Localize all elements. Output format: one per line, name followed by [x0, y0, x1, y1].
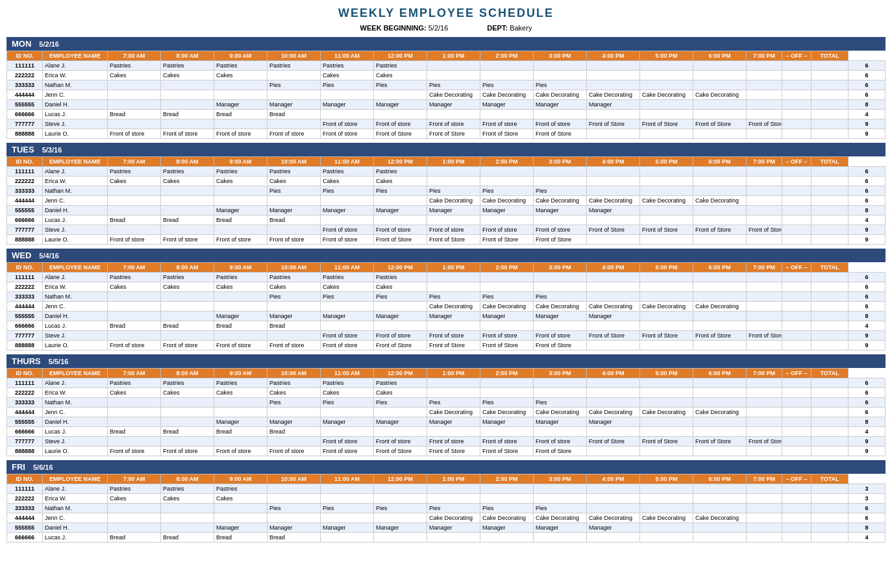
- time-slot-6: Front of Store: [427, 129, 480, 139]
- time-slot-2: [214, 292, 267, 302]
- day-section-mon: MON5/2/16ID NO.EMPLOYEE NAME7:00 AM8:00 …: [6, 37, 886, 139]
- off-cell: [811, 417, 849, 427]
- employee-name: Alane J.: [43, 484, 108, 494]
- week-beginning: WEEK BEGINNING: 5/2/16: [360, 24, 449, 32]
- time-slot-7: [480, 110, 534, 119]
- time-slot-10: [640, 312, 693, 321]
- time-slot-4: Front of store: [321, 437, 374, 447]
- time-slot-7: Cake Decorating: [480, 513, 534, 523]
- time-slot-3: Manager: [267, 100, 321, 110]
- employee-id: 333333: [7, 504, 43, 513]
- time-slot-5: Cakes: [374, 177, 427, 186]
- col-header-11: 4:00 PM: [587, 474, 640, 484]
- off-cell: [811, 533, 849, 543]
- col-header-10: 3:00 PM: [534, 157, 587, 167]
- time-slot-13: [782, 447, 811, 456]
- time-slot-12: Front of Store: [747, 331, 782, 341]
- time-slot-2: Bread: [214, 321, 267, 331]
- employee-id: 555555: [7, 206, 43, 215]
- time-slot-12: [747, 110, 782, 119]
- time-slot-0: [108, 90, 161, 100]
- time-slot-7: Pies: [480, 186, 534, 196]
- time-slot-6: [427, 427, 480, 437]
- time-slot-2: Manager: [214, 312, 267, 321]
- time-slot-4: [321, 494, 374, 504]
- time-slot-8: Cake Decorating: [534, 513, 587, 523]
- total-cell: 8: [849, 312, 886, 321]
- time-slot-11: [693, 378, 747, 388]
- time-slot-1: Pastries: [161, 167, 214, 177]
- time-slot-8: [534, 378, 587, 388]
- time-slot-7: [480, 494, 534, 504]
- time-slot-7: Cake Decorating: [480, 196, 534, 206]
- employee-name: Lucas J.: [43, 321, 108, 331]
- time-slot-13: [782, 417, 811, 427]
- time-slot-7: Manager: [480, 312, 534, 321]
- page-title: WEEKLY EMPLOYEE SCHEDULE: [6, 6, 886, 20]
- col-header-14: 7:00 PM: [747, 474, 782, 484]
- time-slot-13: [782, 484, 811, 494]
- time-slot-8: [534, 484, 587, 494]
- time-slot-4: Manager: [321, 417, 374, 427]
- time-slot-6: Cake Decorating: [427, 302, 480, 312]
- time-slot-7: Cake Decorating: [480, 408, 534, 417]
- time-slot-3: Manager: [267, 417, 321, 427]
- time-slot-3: [267, 196, 321, 206]
- total-cell: 6: [849, 513, 886, 523]
- time-slot-10: [640, 292, 693, 302]
- time-slot-13: [782, 427, 811, 437]
- time-slot-0: [108, 302, 161, 312]
- col-header-4: 9:00 AM: [214, 51, 267, 61]
- time-slot-5: Cakes: [374, 282, 427, 292]
- time-slot-8: [534, 282, 587, 292]
- table-row: 333333Nathan M.PiesPiesPiesPiesPiesPies6: [7, 504, 886, 513]
- time-slot-13: [782, 186, 811, 196]
- time-slot-10: [640, 129, 693, 139]
- employee-id: 333333: [7, 186, 43, 196]
- day-name: FRI: [12, 462, 25, 472]
- table-row: 111111Alane J.PastriesPastriesPastriesPa…: [7, 378, 886, 388]
- table-row: 888888Laurie O.Front of storeFront of st…: [7, 341, 886, 350]
- time-slot-10: [640, 61, 693, 71]
- employee-name: Lucas J.: [43, 215, 108, 225]
- col-header-5: 10:00 AM: [267, 474, 321, 484]
- time-slot-9: Manager: [587, 100, 640, 110]
- time-slot-11: [693, 398, 747, 408]
- time-slot-13: [782, 167, 811, 177]
- time-slot-10: Front of Store: [640, 225, 693, 235]
- day-section-tues: TUES5/3/16ID NO.EMPLOYEE NAME7:00 AM8:00…: [6, 143, 886, 245]
- col-header-6: 11:00 AM: [321, 369, 374, 378]
- time-slot-6: [427, 533, 480, 543]
- off-cell: [811, 331, 849, 341]
- employee-name: Lucas J.: [43, 110, 108, 119]
- time-slot-8: Pies: [534, 504, 587, 513]
- time-slot-7: [480, 388, 534, 398]
- off-cell: [811, 378, 849, 388]
- time-slot-3: [267, 302, 321, 312]
- time-slot-6: Manager: [427, 523, 480, 533]
- time-slot-11: [693, 417, 747, 427]
- time-slot-8: Front of Store: [534, 235, 587, 245]
- time-slot-6: Front of Store: [427, 341, 480, 350]
- time-slot-2: [214, 225, 267, 235]
- time-slot-2: [214, 504, 267, 513]
- time-slot-2: [214, 186, 267, 196]
- time-slot-10: [640, 398, 693, 408]
- time-slot-10: [640, 282, 693, 292]
- time-slot-12: [747, 378, 782, 388]
- time-slot-6: [427, 167, 480, 177]
- time-slot-3: [267, 225, 321, 235]
- off-cell: [811, 321, 849, 331]
- time-slot-11: [693, 282, 747, 292]
- table-row: 222222Erica W.CakesCakesCakesCakesCakesC…: [7, 282, 886, 292]
- off-cell: [811, 196, 849, 206]
- time-slot-5: Front of store: [374, 437, 427, 447]
- col-header-10: 3:00 PM: [534, 474, 587, 484]
- table-row: 111111Alane J.PastriesPastriesPastries3: [7, 484, 886, 494]
- time-slot-7: Cake Decorating: [480, 90, 534, 100]
- employee-name: Erica W.: [43, 71, 108, 80]
- col-header-9: 2:00 PM: [480, 474, 534, 484]
- time-slot-6: Manager: [427, 206, 480, 215]
- time-slot-4: [321, 110, 374, 119]
- table-row: 888888Laurie O.Front of storeFront of st…: [7, 235, 886, 245]
